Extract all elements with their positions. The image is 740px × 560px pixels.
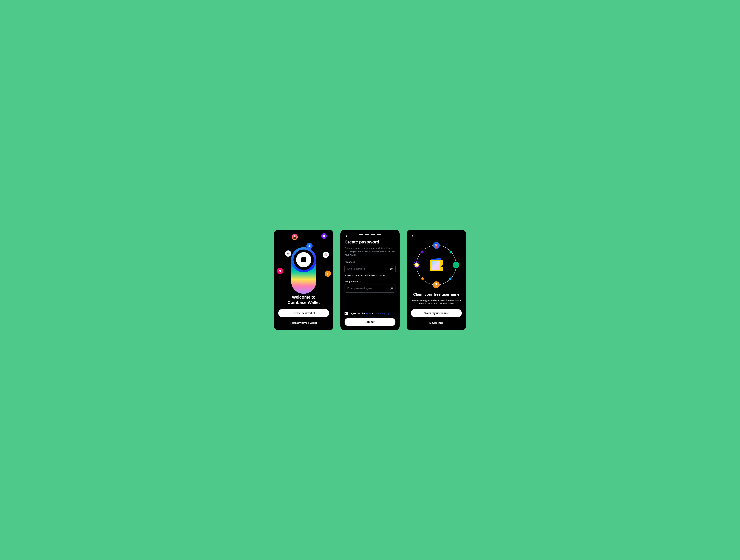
coinbase-logo (291, 247, 316, 272)
diamond-icon (449, 250, 453, 254)
svg-point-6 (288, 253, 289, 253)
claim-title: Claim your free username (411, 292, 462, 297)
password-label: Password (345, 261, 395, 263)
create-wallet-button[interactable]: Create new wallet (278, 309, 329, 317)
diamond-icon (448, 277, 452, 281)
verify-password-input[interactable] (345, 284, 395, 293)
flower-icon (322, 252, 329, 258)
agree-checkbox[interactable] (345, 312, 348, 315)
svg-rect-1 (293, 237, 296, 239)
svg-text:₿: ₿ (327, 272, 329, 275)
welcome-screen: ₿ Welcome to Coinbase Wallet Create new … (274, 230, 333, 330)
svg-point-30 (415, 263, 418, 266)
svg-rect-28 (418, 266, 419, 267)
back-button[interactable] (411, 234, 415, 238)
bitcoin-icon: ₿ (433, 281, 440, 288)
privacy-link[interactable]: privacy policy (376, 312, 389, 315)
play-icon (321, 233, 327, 239)
ape-icon (285, 250, 291, 257)
page-title: Create password (345, 239, 395, 244)
submit-button[interactable]: Submit (345, 318, 395, 326)
svg-rect-2 (294, 236, 296, 236)
svg-rect-27 (414, 262, 415, 263)
svg-rect-33 (431, 261, 440, 270)
welcome-title: Welcome to Coinbase Wallet (278, 295, 329, 305)
claim-username-button[interactable]: Claim my username (411, 309, 462, 317)
claim-username-screen: ₿ (407, 230, 466, 330)
toggle-verify-visibility-icon[interactable] (389, 287, 393, 291)
page-subtitle: Set a password to unlock your wallet eac… (345, 247, 395, 256)
svg-rect-19 (435, 245, 438, 248)
agree-text: I agree with the terms and privacy polic… (350, 312, 389, 315)
svg-point-35 (441, 265, 442, 266)
password-hint: At least 8 characters, with at least 1 n… (345, 274, 395, 276)
svg-rect-26 (414, 266, 415, 267)
welcome-hero: ₿ (278, 234, 329, 295)
diamond-icon (420, 250, 424, 254)
svg-rect-22 (416, 267, 417, 268)
verify-password-label: Verify Password (345, 280, 395, 283)
svg-rect-7 (287, 252, 289, 253)
back-button[interactable] (345, 234, 349, 238)
svg-rect-20 (436, 243, 437, 244)
terms-link[interactable]: terms (365, 312, 371, 315)
claim-subtitle: Remembering your wallet address is easie… (411, 299, 462, 305)
diamond-icon (421, 277, 424, 281)
svg-rect-21 (416, 261, 417, 262)
bitcoin-icon: ₿ (325, 270, 331, 277)
svg-point-3 (324, 236, 324, 236)
svg-point-12 (326, 254, 326, 255)
svg-marker-31 (431, 258, 441, 260)
bull-icon (277, 268, 283, 274)
wallet-icon (428, 258, 445, 272)
sun-icon (413, 261, 420, 269)
avatar-icon (433, 242, 440, 249)
already-have-wallet-button[interactable]: I already have a wallet (278, 320, 329, 326)
gem-icon (453, 262, 459, 268)
svg-rect-25 (418, 262, 419, 263)
maybe-later-button[interactable]: Maybe later (411, 320, 462, 326)
svg-rect-23 (413, 264, 414, 265)
create-password-screen: Create password Set a password to unlock… (341, 230, 399, 330)
avatar-icon (292, 234, 298, 240)
toggle-password-visibility-icon[interactable] (389, 267, 393, 271)
svg-point-5 (287, 253, 288, 253)
password-input[interactable] (345, 265, 395, 273)
progress-indicator (359, 234, 381, 235)
svg-rect-24 (419, 264, 420, 265)
username-hero: ₿ (411, 239, 462, 291)
